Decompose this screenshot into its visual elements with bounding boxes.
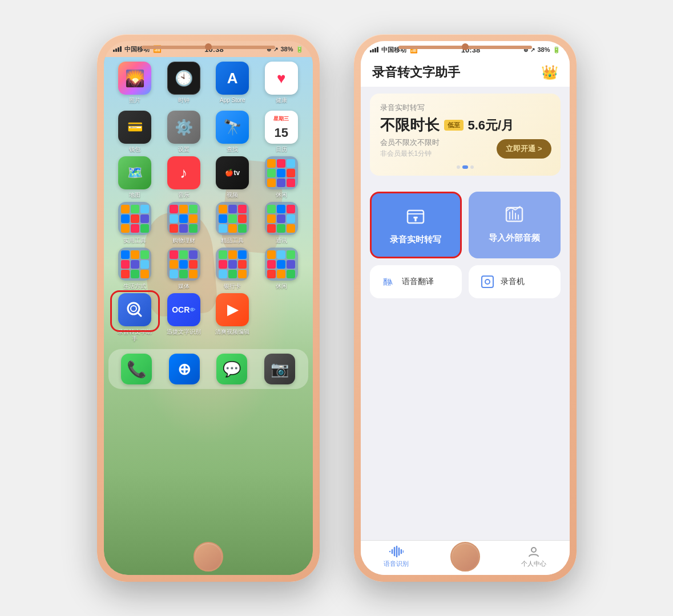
promo-price: 5.6元/月 [468,117,514,134]
promo-subtitle: 录音实时转写 [380,103,550,113]
app-appstore[interactable]: A App Store [211,62,255,104]
app-photos[interactable]: 🌄 照片 [113,62,158,104]
dock-camera[interactable]: 📷 [264,354,295,384]
folder-comms[interactable]: 通讯 [259,202,304,244]
home-screen: 🌄 照片 🕙 时钟 A [104,57,313,575]
dock-phone[interactable]: 📞 [121,354,152,384]
feature-grid: T 录音实时转写 导入外部音频 [361,192,570,258]
app-maps[interactable]: 🗺️ 地图 [113,156,158,198]
folder-bank[interactable]: 银行卡 [211,248,255,290]
tab-voice[interactable]: 语音识别 [384,545,409,568]
svg-text:A: A [389,279,393,286]
app-wallet[interactable]: 💳 钱包 [113,111,158,153]
home-button[interactable] [194,542,223,572]
app-title: 录音转文字助手 [372,64,460,81]
folder-lifestyle[interactable]: 生活方式 [113,248,158,290]
svg-point-14 [485,279,490,284]
bottom-row: 翻 A 语音翻译 录音机 [361,265,570,298]
svg-point-1 [131,306,136,311]
svg-line-2 [138,313,141,316]
folder-leisure2[interactable]: 休闲 [259,248,304,290]
promo-badge: 低至 [444,120,464,131]
app-grid-lifestyle: 生活方式 [113,248,304,290]
phone-app: 中国移动 📶 10:38 ⊕ ↗ 38% 🔋 录音转文字助手 👑 录音实时转写 [354,34,577,582]
folder-media[interactable]: 媒体 [162,248,206,290]
recorder-icon [480,274,495,289]
promo-dots [380,165,550,169]
signal-icon [113,46,122,52]
dock-safari[interactable]: ⊕ [169,354,200,384]
import-icon [503,203,526,226]
dock-messages[interactable]: 💬 [216,354,247,384]
app-calendar[interactable]: 星期三 15 日历 [259,111,304,153]
app-find[interactable]: 🔭 查找 [211,111,255,153]
app-ocr[interactable]: OCR 👁 迅捷文字识别 [162,293,206,342]
phone-camera [205,43,212,50]
import-audio-button[interactable]: 导入外部音频 [469,192,561,258]
import-label: 导入外部音频 [489,233,540,244]
promo-title-row: 不限时长 低至 5.6元/月 [380,115,550,135]
app-header: 录音转文字助手 👑 [361,57,570,87]
realtime-icon: T [404,205,427,228]
realtime-label: 录音实时转写 [390,234,441,245]
app-grid-row3: 🗺️ 地图 ♪ 音乐 🍎tv [113,156,304,198]
app-grid-container: 🌄 照片 🕙 时钟 A [104,57,313,347]
recorder-label: 录音机 [501,277,525,287]
recorder-button[interactable]: 录音机 [469,265,561,298]
tab-profile[interactable]: 个人中心 [521,545,546,568]
app-clock[interactable]: 🕙 时钟 [162,62,206,104]
folder-shopping[interactable]: 购物理财 [162,202,206,244]
app-grid-folders: 实用工具 [113,202,304,244]
profile-tab-icon [527,545,540,558]
home-button2[interactable] [450,542,480,572]
tab-profile-label: 个人中心 [521,560,546,568]
svg-text:T: T [414,216,417,222]
folder-premium[interactable]: 精品工具 [211,202,255,244]
app-appletv[interactable]: 🍎tv 视频 [211,156,255,198]
promo-open-button[interactable]: 立即开通 > [497,139,551,159]
promo-main-text: 不限时长 [380,115,440,135]
app-music[interactable]: ♪ 音乐 [162,156,206,198]
app-content: 录音转文字助手 👑 录音实时转写 不限时长 低至 5.6元/月 会员不限次不限时… [361,57,570,575]
app-video-edit[interactable]: ▶ 清爽视频编辑 [211,293,255,342]
app-luyin-highlighted[interactable]: 录音转文字助手 [113,293,158,342]
realtime-transcription-button[interactable]: T 录音实时转写 [370,192,462,258]
promo-card: 录音实时转写 不限时长 低至 5.6元/月 会员不限次不限时 非会员最长1分钟 … [370,94,561,176]
crown-icon: 👑 [541,64,558,80]
folder-leisure[interactable]: 休闲 [259,156,304,198]
app-grid-last: 录音转文字助手 OCR 👁 迅捷文字识别 ▶ [113,293,304,342]
voice-tab-icon [389,545,404,558]
svg-point-25 [531,548,536,552]
dock: 📞 ⊕ 💬 📷 [108,349,308,389]
phone2-camera [462,43,469,50]
translate-label: 语音翻译 [402,277,434,287]
tab-voice-label: 语音识别 [384,560,409,568]
folder-tools[interactable]: 实用工具 [113,202,158,244]
translate-icon: 翻 A [381,274,396,289]
app-health[interactable]: ♥ 健康 [259,62,304,104]
signal-icon2 [370,47,378,52]
voice-translate-button[interactable]: 翻 A 语音翻译 [370,265,462,298]
app-grid-row1: 🌄 照片 🕙 时钟 A [113,62,304,153]
app-settings[interactable]: ⚙️ 设置 [162,111,206,153]
app-empty [259,293,304,342]
phone-home: 中国移动 📶 10:38 ⊕ ↗ 38% 🔋 [97,34,320,582]
svg-rect-13 [482,276,493,287]
